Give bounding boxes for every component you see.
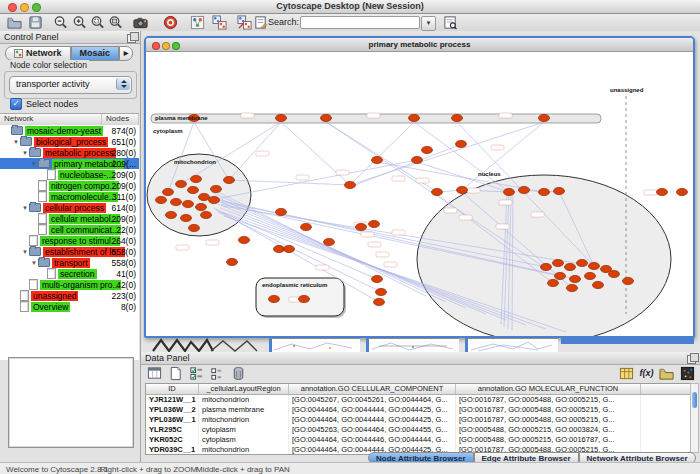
- tree-row[interactable]: nitrogen compo...209(0): [0, 180, 139, 191]
- vizmapper-icon[interactable]: [190, 15, 205, 30]
- expand-arrow-icon[interactable]: ▼: [30, 260, 38, 266]
- search-dropdown-arrow-icon[interactable]: ▼: [421, 16, 436, 31]
- gene-node: [239, 236, 250, 243]
- expand-arrow-icon[interactable]: ▼: [21, 205, 29, 211]
- file-icon: [38, 213, 47, 224]
- select-nodes-row: ✓ Select nodes: [10, 98, 78, 110]
- import-attributes-icon[interactable]: [659, 366, 674, 381]
- gene-node: [623, 277, 634, 284]
- tree-row[interactable]: ▼establishment of lo...558(0): [0, 246, 139, 257]
- birds-eye-view[interactable]: [8, 357, 134, 448]
- table-cell: mitochondrion: [199, 395, 289, 405]
- net-minimize-button[interactable]: [162, 42, 170, 50]
- tree-row[interactable]: ▼biological_process651(0): [0, 136, 139, 147]
- tree-row[interactable]: unassigned223(0): [0, 290, 139, 301]
- background-window-fragment[interactable]: [366, 338, 459, 352]
- net-close-button[interactable]: [152, 42, 160, 50]
- table-scrollbar[interactable]: [690, 383, 699, 453]
- select-nodes-checkbox[interactable]: ✓: [10, 98, 22, 110]
- expand-arrow-icon[interactable]: ▼: [21, 249, 29, 255]
- gene-node: [199, 193, 210, 200]
- table-cell: YDR039C__1: [146, 445, 199, 455]
- network-window-titlebar[interactable]: primary metabolic process: [146, 38, 693, 52]
- tree-row[interactable]: ▼transport558(0): [0, 257, 139, 268]
- table-column-header[interactable]: ID: [146, 384, 199, 394]
- snapshot-icon[interactable]: [133, 15, 148, 30]
- gene-node: [211, 185, 222, 192]
- node-label-tag: [384, 262, 397, 267]
- maximize-button[interactable]: [32, 3, 41, 12]
- select-all-attributes-icon[interactable]: [147, 366, 162, 381]
- main-toolbar: Search: ▼: [0, 14, 700, 32]
- apply-style-2-icon[interactable]: [237, 15, 252, 30]
- expand-arrow-icon[interactable]: ▼: [30, 161, 38, 167]
- matrix-icon[interactable]: [680, 366, 695, 381]
- float-panel-icon[interactable]: [687, 355, 696, 364]
- tree-row[interactable]: cell communicat...22(0): [0, 224, 139, 235]
- tree-row[interactable]: ▼primary metabol...209(...: [0, 158, 139, 169]
- minimize-button[interactable]: [20, 3, 29, 12]
- network-canvas[interactable]: plasma membranecytoplasmmitochondrionnuc…: [146, 52, 693, 336]
- tree-row[interactable]: response to stimul...264(0): [0, 235, 139, 246]
- tree-row[interactable]: Overview8(0): [0, 301, 139, 312]
- table-column-header[interactable]: _cellularLayoutRegion: [199, 384, 289, 394]
- open-icon[interactable]: [7, 15, 22, 30]
- net-maximize-button[interactable]: [172, 42, 180, 50]
- close-button[interactable]: [8, 3, 17, 12]
- gene-node: [181, 214, 192, 221]
- help-icon[interactable]: [163, 15, 178, 30]
- zoom-fit-icon[interactable]: [108, 15, 123, 30]
- table-row[interactable]: YJR121W__1mitochondrion[GO:0045267, GO:0…: [146, 395, 691, 405]
- gene-node: [677, 188, 688, 195]
- save-icon[interactable]: [28, 15, 43, 30]
- gene-node: [409, 114, 420, 121]
- scrollbar-thumb[interactable]: [692, 392, 697, 408]
- gene-node: [376, 288, 387, 295]
- zoom-selected-icon[interactable]: [90, 15, 105, 30]
- tree-row[interactable]: ▼cellular process614(0): [0, 202, 139, 213]
- apply-style-1-icon[interactable]: [212, 15, 227, 30]
- tabs-overflow-button[interactable]: ▶: [119, 46, 133, 61]
- background-window-fragment[interactable]: [465, 338, 558, 352]
- expand-arrow-icon[interactable]: ▼: [12, 139, 20, 145]
- tab-network[interactable]: Network: [5, 46, 71, 61]
- float-panel-icon[interactable]: [127, 34, 136, 43]
- zoom-out-icon[interactable]: [53, 15, 68, 30]
- table-row[interactable]: YPL036W__1mitochondrion[GO:0044464, GO:0…: [146, 415, 691, 425]
- tab-mosaic[interactable]: Mosaic: [71, 46, 120, 61]
- table-cell: plasma membrane: [199, 405, 289, 415]
- tree-column-network[interactable]: Network: [0, 114, 102, 125]
- expand-arrow-icon[interactable]: ▼: [21, 150, 29, 156]
- node-color-attribute-combobox[interactable]: transporter activity: [9, 76, 132, 94]
- network-view-window[interactable]: primary metabolic process plasma membran…: [144, 36, 695, 338]
- tree-row[interactable]: nucleobase-...209(0): [0, 169, 139, 180]
- search-filter-icon[interactable]: [443, 15, 458, 30]
- tree-row[interactable]: cellular metabol...209(0): [0, 213, 139, 224]
- table-row[interactable]: YLR295Ccytoplasm[GO:0045263, GO:0044464,…: [146, 425, 691, 435]
- tree-row[interactable]: secretion41(0): [0, 268, 139, 279]
- function-builder-icon[interactable]: f(x): [639, 366, 654, 381]
- attribute-batch-icon[interactable]: [619, 366, 634, 381]
- node-count: 264(0): [111, 236, 136, 246]
- gene-node: [284, 245, 295, 252]
- background-window-fragment[interactable]: [269, 338, 360, 352]
- tree-row[interactable]: mosaic-demo-yeast874(0): [0, 125, 139, 136]
- annotation-icon[interactable]: [253, 15, 268, 30]
- tree-row[interactable]: multi-organism pro...42(0): [0, 279, 139, 290]
- delete-attribute-icon[interactable]: [231, 366, 246, 381]
- table-column-header[interactable]: annotation.GO CELLULAR_COMPONENT: [289, 384, 456, 394]
- table-row[interactable]: YPL036W__2plasma membrane[GO:0044464, GO…: [146, 405, 691, 415]
- gene-node: [369, 220, 380, 227]
- tree-column-nodes[interactable]: Nodes: [102, 114, 139, 125]
- zoom-in-icon[interactable]: [72, 15, 87, 30]
- table-row[interactable]: YKR052Ccytoplasm[GO:0044464, GO:0044446,…: [146, 435, 691, 445]
- select-attributes-icon[interactable]: [189, 366, 204, 381]
- gene-node: [504, 188, 515, 195]
- unselect-attributes-icon[interactable]: [209, 366, 224, 381]
- new-attribute-icon[interactable]: [168, 366, 183, 381]
- table-column-header[interactable]: annotation.GO MOLECULAR_FUNCTION: [456, 384, 641, 394]
- tree-row[interactable]: ▼metabolic process280(0): [0, 147, 139, 158]
- gene-node: [324, 238, 335, 245]
- tree-row[interactable]: macromolecule...311(0): [0, 191, 139, 202]
- tree-row-label: cellular process: [43, 203, 106, 213]
